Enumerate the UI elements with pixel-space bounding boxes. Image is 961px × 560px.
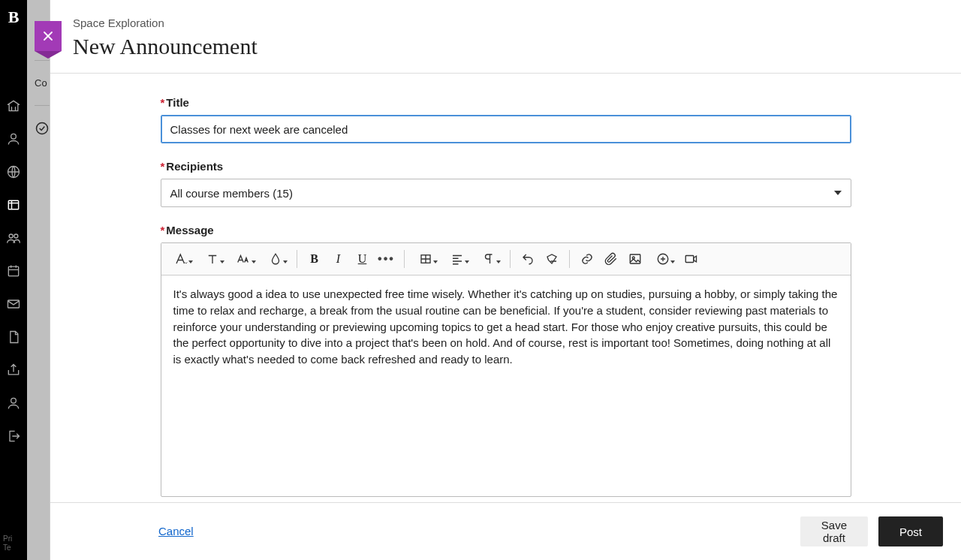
italic-button[interactable]: I (327, 248, 350, 270)
announcement-panel: Space Exploration New Announcement *Titl… (50, 0, 961, 560)
svg-point-0 (11, 134, 17, 139)
chevron-down-icon (834, 191, 842, 195)
secondary-crumb: Co (35, 77, 47, 89)
secondary-column: Co (27, 0, 50, 560)
clear-format-button[interactable] (541, 248, 563, 270)
insert-button[interactable] (648, 248, 678, 270)
panel-header: Space Exploration New Announcement (50, 0, 961, 74)
title-input[interactable] (161, 115, 851, 143)
svg-point-7 (11, 398, 17, 403)
nav-courses-icon[interactable] (5, 197, 22, 213)
title-label: *Title (161, 96, 851, 109)
close-panel-button[interactable] (35, 21, 62, 51)
nav-share-icon[interactable] (5, 362, 22, 378)
post-button[interactable]: Post (878, 516, 943, 546)
nav-profile-icon[interactable] (5, 131, 22, 147)
nav-globe-icon[interactable] (5, 164, 22, 180)
check-circle-icon (35, 121, 50, 136)
save-draft-button[interactable]: Save draft (800, 516, 868, 546)
underline-button[interactable]: U (351, 248, 374, 270)
rich-text-editor: B I U ••• (161, 242, 851, 497)
svg-point-3 (9, 234, 13, 238)
align-button[interactable] (442, 248, 472, 270)
left-nav-rail: B (0, 0, 27, 560)
svg-rect-2 (8, 200, 18, 209)
brand-logo: B (8, 8, 20, 27)
nav-calendar-icon[interactable] (5, 263, 22, 279)
font-size-button[interactable] (229, 248, 259, 270)
nav-messages-icon[interactable] (5, 296, 22, 312)
svg-rect-6 (8, 300, 20, 308)
cancel-link[interactable]: Cancel (158, 525, 194, 537)
table-button[interactable] (411, 248, 441, 270)
more-formatting-button[interactable]: ••• (375, 248, 398, 270)
message-label: *Message (161, 224, 851, 236)
breadcrumb: Space Exploration (73, 17, 938, 29)
text-style-button[interactable] (166, 248, 196, 270)
svg-rect-10 (630, 254, 640, 263)
image-button[interactable] (624, 248, 646, 270)
undo-button[interactable] (517, 248, 539, 270)
font-family-button[interactable] (197, 248, 227, 270)
nav-admin-icon[interactable] (5, 395, 22, 411)
page-title: New Announcement (73, 34, 938, 59)
recipients-value: All course members (15) (170, 187, 293, 200)
recipients-label: *Recipients (161, 160, 851, 173)
svg-rect-13 (685, 256, 694, 263)
nav-signout-icon[interactable] (5, 428, 22, 444)
paragraph-button[interactable] (474, 248, 504, 270)
recipients-select[interactable]: All course members (15) (161, 179, 851, 207)
bold-button[interactable]: B (303, 248, 326, 270)
svg-point-8 (37, 122, 48, 134)
media-button[interactable] (679, 248, 702, 270)
svg-rect-5 (8, 266, 18, 276)
panel-footer: Cancel Save draft Post (50, 502, 961, 560)
editor-toolbar: B I U ••• (161, 243, 851, 275)
text-color-button[interactable] (261, 248, 291, 270)
nav-documents-icon[interactable] (5, 329, 22, 345)
svg-point-4 (14, 234, 18, 238)
attachment-button[interactable] (600, 248, 622, 270)
close-icon (41, 29, 56, 44)
nav-institution-icon[interactable] (5, 98, 22, 114)
legal-footer: Pri Te (3, 534, 12, 552)
nav-groups-icon[interactable] (5, 230, 22, 246)
message-input[interactable]: It's always good a idea to use unexpecte… (161, 275, 851, 496)
link-button[interactable] (576, 248, 598, 270)
